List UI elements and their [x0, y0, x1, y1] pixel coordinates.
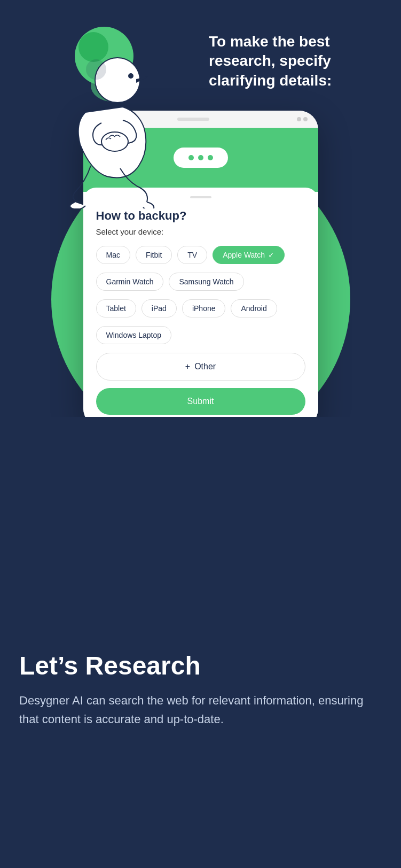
other-button[interactable]: + Other: [96, 353, 305, 381]
tag-fitbit[interactable]: Fitbit: [136, 246, 172, 264]
tag-apple-watch-label: Apple Watch: [223, 251, 265, 259]
svg-point-6: [87, 60, 106, 79]
device-tags-row3: Tablet iPad iPhone Android: [96, 299, 305, 317]
tag-windows-laptop[interactable]: Windows Laptop: [96, 326, 172, 344]
tag-garmin-watch[interactable]: Garmin Watch: [96, 273, 164, 291]
submit-label: Submit: [187, 397, 214, 406]
status-dot-2: [303, 117, 308, 121]
question-title: How to backup?: [96, 209, 305, 223]
tag-mac[interactable]: Mac: [96, 246, 130, 264]
tag-tablet[interactable]: Tablet: [96, 299, 136, 317]
chat-dot-2: [198, 155, 203, 160]
svg-point-3: [128, 73, 133, 79]
tag-apple-watch[interactable]: Apple Watch ✓: [213, 246, 285, 264]
bottom-title: Let’s Research: [19, 652, 382, 680]
phone-status-dots: [297, 117, 308, 121]
page-wrapper: To make the best research, specify clari…: [0, 0, 401, 761]
svg-point-5: [78, 32, 108, 62]
check-icon: ✓: [268, 251, 274, 259]
status-dot-1: [297, 117, 301, 121]
character-illustration: [21, 16, 192, 208]
phone-content: How to backup? Select your device: Mac F…: [83, 188, 318, 417]
tag-android[interactable]: Android: [231, 299, 277, 317]
question-subtitle: Select your device:: [96, 227, 305, 236]
chat-dot-3: [208, 155, 213, 160]
tag-ipad[interactable]: iPad: [141, 299, 177, 317]
svg-point-4: [101, 132, 128, 151]
header-label: To make the best research, specify clari…: [209, 33, 332, 89]
submit-button[interactable]: Submit: [96, 388, 305, 415]
top-section: To make the best research, specify clari…: [0, 0, 401, 417]
device-tags-row4: Windows Laptop: [96, 326, 305, 344]
other-label: Other: [194, 362, 216, 371]
tag-iphone[interactable]: iPhone: [182, 299, 226, 317]
plus-icon: +: [185, 362, 190, 371]
header-text: To make the best research, specify clari…: [209, 32, 380, 90]
device-tags-row2: Garmin Watch Samsung Watch: [96, 273, 305, 291]
tag-samsung-watch[interactable]: Samsung Watch: [169, 273, 243, 291]
bottom-description: Desygner AI can search the web for relev…: [19, 691, 382, 728]
drag-indicator: [190, 196, 211, 198]
bottom-section: Let’s Research Desygner AI can search th…: [0, 417, 401, 761]
tag-tv[interactable]: TV: [177, 246, 207, 264]
device-tags-container: Mac Fitbit TV Apple Watch ✓: [96, 246, 305, 264]
